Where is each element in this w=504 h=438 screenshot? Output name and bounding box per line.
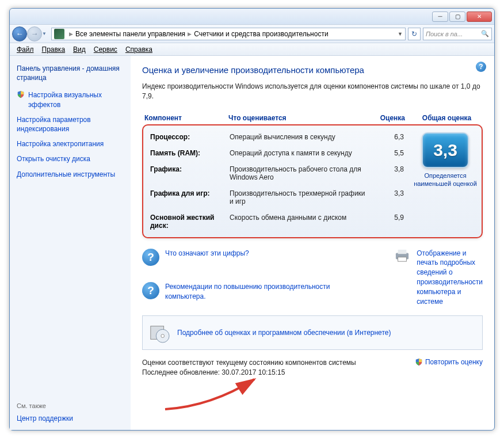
menubar: Файл Правка Вид Сервис Справка xyxy=(10,43,494,56)
sidebar-link-power[interactable]: Настройка электропитания xyxy=(17,139,124,148)
maximize-button[interactable]: ▢ xyxy=(449,12,465,22)
link-print-details[interactable]: Отображение и печать подробных сведений … xyxy=(417,249,483,307)
navbar: ← → ▼ ▶ Все элементы панели управления ▶… xyxy=(10,25,494,43)
main-content: ? Оценка и увеличение производительности… xyxy=(131,56,494,430)
intro-text: Индекс производительности Windows исполь… xyxy=(142,82,483,101)
row-hard-disk: Основной жесткий диск: Скорость обмена д… xyxy=(143,210,482,234)
breadcrumb[interactable]: ▶ Все элементы панели управления ▶ Счетч… xyxy=(51,28,406,40)
svg-point-5 xyxy=(161,334,165,338)
search-icon: 🔍 xyxy=(481,30,489,37)
base-score-caption: Определяется наименьшей оценкой xyxy=(414,172,477,188)
breadcrumb-item-2[interactable]: Счетчики и средства производительности xyxy=(194,30,328,38)
sidebar-link-support-center[interactable]: Центр поддержки xyxy=(17,414,124,423)
printer-icon xyxy=(394,249,411,262)
see-also-header: См. также xyxy=(17,402,124,409)
sidebar-link-indexing[interactable]: Настройка параметров индексирования xyxy=(17,115,124,134)
nav-forward-button[interactable]: → xyxy=(27,26,42,41)
svg-rect-1 xyxy=(398,249,407,253)
nav-history-dropdown[interactable]: ▼ xyxy=(42,31,49,36)
menu-help[interactable]: Справка xyxy=(122,44,156,55)
menu-tools[interactable]: Сервис xyxy=(90,44,121,55)
highlighted-box: Процессор: Операций вычисления в секунду… xyxy=(142,124,483,238)
question-icon: ? xyxy=(142,249,159,266)
nav-back-button[interactable]: ← xyxy=(12,26,27,41)
menu-view[interactable]: Вид xyxy=(70,44,89,55)
search-placeholder: Поиск в па... xyxy=(426,31,463,37)
menu-file[interactable]: Файл xyxy=(13,44,37,55)
control-panel-window: ─ ▢ ✕ ← → ▼ ▶ Все элементы панели управл… xyxy=(9,8,495,431)
online-details-box: Подробнее об оценках и программном обесп… xyxy=(142,315,483,350)
minimize-button[interactable]: ─ xyxy=(432,12,448,22)
header-base-score: Общая оценка xyxy=(411,114,483,122)
sidebar-home-link[interactable]: Панель управления - домашняя страница xyxy=(17,64,124,82)
base-score-badge: 3,3 xyxy=(422,132,469,168)
sidebar-link-additional-tools[interactable]: Дополнительные инструменты xyxy=(17,170,124,179)
header-description: Что оценивается xyxy=(228,114,376,122)
breadcrumb-dropdown[interactable]: ▼ xyxy=(398,31,403,37)
software-icon xyxy=(148,322,170,344)
question-icon: ? xyxy=(142,282,159,299)
link-performance-tips[interactable]: Рекомендации по повышению производительн… xyxy=(165,282,371,302)
rerun-assessment-link[interactable]: Повторить оценку xyxy=(415,358,483,366)
row-gaming-graphics: Графика для игр: Производительность трех… xyxy=(143,185,482,210)
help-icon[interactable]: ? xyxy=(476,62,486,72)
link-what-numbers-mean[interactable]: Что означают эти цифры? xyxy=(165,249,249,258)
window-body: Панель управления - домашняя страница На… xyxy=(10,56,494,430)
shield-icon xyxy=(415,358,423,366)
page-title: Оценка и увеличение производительности к… xyxy=(142,65,483,75)
breadcrumb-separator: ▶ xyxy=(67,31,75,37)
close-button[interactable]: ✕ xyxy=(467,12,492,22)
link-online-details[interactable]: Подробнее об оценках и программном обесп… xyxy=(177,328,391,338)
shield-icon xyxy=(17,90,25,98)
menu-edit[interactable]: Правка xyxy=(39,44,69,55)
sidebar: Панель управления - домашняя страница На… xyxy=(10,56,131,430)
header-component: Компонент xyxy=(142,114,228,122)
breadcrumb-separator: ▶ xyxy=(185,31,194,37)
header-score: Оценка xyxy=(376,114,411,122)
titlebar: ─ ▢ ✕ xyxy=(10,9,494,25)
base-score-box: 3,3 Определяется наименьшей оценкой xyxy=(414,132,477,188)
breadcrumb-item-1[interactable]: Все элементы панели управления xyxy=(75,30,185,38)
sidebar-link-visual-effects[interactable]: Настройка визуальных эффектов xyxy=(17,90,124,109)
refresh-button[interactable]: ↻ xyxy=(408,28,421,40)
performance-table: Компонент Что оценивается Оценка Общая о… xyxy=(142,112,483,238)
svg-rect-2 xyxy=(398,257,407,261)
control-panel-icon xyxy=(54,29,64,39)
search-input[interactable]: Поиск в па... 🔍 xyxy=(423,28,492,40)
sidebar-link-disk-cleanup[interactable]: Открыть очистку диска xyxy=(17,154,124,163)
footer-text: Оценки соответствуют текущему состоянию … xyxy=(142,358,356,378)
